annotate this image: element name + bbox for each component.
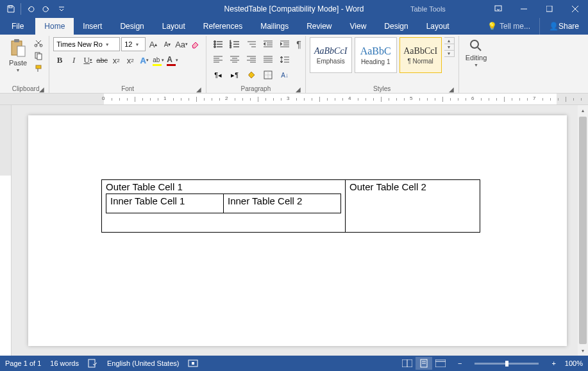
styles-scroll-down[interactable]: ▾ <box>444 44 454 51</box>
styles-expand[interactable]: ▾ <box>444 51 454 56</box>
tab-mailings[interactable]: Mailings <box>251 18 298 35</box>
table-row[interactable]: Inner Table Cell 1 Inner Table Cell 2 <box>106 194 341 213</box>
tell-me-search[interactable]: 💡Tell me... <box>478 18 539 35</box>
rtl-button[interactable]: ▸¶ <box>227 68 242 82</box>
superscript-button[interactable]: x2 <box>124 54 137 67</box>
multilevel-list-button[interactable] <box>244 37 259 51</box>
save-button[interactable] <box>4 2 18 16</box>
change-case-button[interactable]: Aa▾ <box>175 38 188 51</box>
scroll-thumb[interactable] <box>579 117 587 344</box>
tab-table-layout[interactable]: Layout <box>417 18 458 35</box>
language-status[interactable]: English (United States) <box>107 359 180 367</box>
underline-button[interactable]: U▾ <box>81 54 94 67</box>
zoom-out-button[interactable]: − <box>458 359 462 367</box>
paste-button[interactable]: Paste▼ <box>6 37 29 74</box>
styles-scroll-up[interactable]: ▴ <box>444 38 454 44</box>
share-button[interactable]: 👤 Share <box>539 18 588 35</box>
inner-cell-2[interactable]: Inner Table Cell 2 <box>224 194 341 213</box>
page-number-status[interactable]: Page 1 of 1 <box>5 359 41 367</box>
show-hide-button[interactable]: ¶ <box>296 37 301 51</box>
tab-references[interactable]: References <box>194 18 251 35</box>
outer-cell-1-text[interactable]: Outer Table Cell 1 <box>106 181 183 192</box>
zoom-slider[interactable] <box>475 363 539 365</box>
tab-layout[interactable]: Layout <box>153 18 194 35</box>
print-layout-button[interactable] <box>416 357 432 370</box>
inner-table[interactable]: Inner Table Cell 1 Inner Table Cell 2 <box>106 194 341 213</box>
outer-cell-1[interactable]: Outer Table Cell 1 Inner Table Cell 1 In… <box>102 180 346 233</box>
borders-button[interactable] <box>260 68 276 82</box>
tab-review[interactable]: Review <box>298 18 340 35</box>
styles-launcher[interactable]: ◢ <box>448 86 455 92</box>
word-count-status[interactable]: 16 words <box>50 359 79 367</box>
zoom-slider-thumb[interactable] <box>505 361 508 367</box>
increase-indent-button[interactable] <box>277 37 292 51</box>
read-mode-button[interactable] <box>399 357 416 370</box>
bold-button[interactable]: B <box>53 54 66 67</box>
font-size-combo[interactable]: 12▼ <box>121 37 146 51</box>
clear-formatting-button[interactable] <box>189 38 202 51</box>
line-spacing-button[interactable] <box>277 53 292 67</box>
undo-button[interactable] <box>24 2 38 16</box>
spellcheck-status[interactable] <box>88 359 98 368</box>
justify-button[interactable] <box>260 53 276 67</box>
inner-cell-1[interactable]: Inner Table Cell 1 <box>106 194 224 213</box>
cut-button[interactable] <box>32 37 45 49</box>
tab-file[interactable]: File <box>0 18 35 35</box>
tab-home[interactable]: Home <box>35 18 74 35</box>
paragraph-launcher[interactable]: ◢ <box>295 86 301 92</box>
font-launcher[interactable]: ◢ <box>196 86 202 92</box>
tab-insert[interactable]: Insert <box>74 18 111 35</box>
align-right-button[interactable] <box>244 53 259 67</box>
style-emphasis[interactable]: AaBbCcIEmphasis <box>310 37 352 73</box>
vertical-scrollbar[interactable]: ▴ ▾ <box>578 105 588 356</box>
style-heading1[interactable]: AaBbCHeading 1 <box>355 37 397 73</box>
window-controls <box>485 0 588 18</box>
bullets-button[interactable] <box>210 37 226 51</box>
italic-button[interactable]: I <box>67 54 80 67</box>
scroll-down-button[interactable]: ▾ <box>578 345 588 356</box>
style-normal[interactable]: AaBbCcI¶ Normal <box>399 37 442 73</box>
text-effects-button[interactable]: A▾ <box>138 54 151 67</box>
minimize-button[interactable] <box>511 0 537 18</box>
numbering-button[interactable]: 123 <box>227 37 242 51</box>
shrink-font-button[interactable]: A▾ <box>161 38 174 51</box>
tab-design[interactable]: Design <box>111 18 153 35</box>
font-color-button[interactable]: A▾ <box>166 54 179 67</box>
subscript-button[interactable]: x2 <box>110 54 122 67</box>
copy-button[interactable] <box>32 50 45 62</box>
outer-cell-2[interactable]: Outer Table Cell 2 <box>346 180 480 233</box>
tab-view[interactable]: View <box>341 18 376 35</box>
ltr-button[interactable]: ¶◂ <box>210 68 226 82</box>
shading-button[interactable] <box>244 68 259 82</box>
document-scroll[interactable]: Outer Table Cell 1 Inner Table Cell 1 In… <box>12 105 588 356</box>
close-button[interactable] <box>562 0 588 18</box>
editing-button[interactable]: Editing▼ <box>463 37 490 69</box>
align-left-button[interactable] <box>210 53 226 67</box>
zoom-in-button[interactable]: + <box>551 359 555 367</box>
qat-customize-button[interactable] <box>55 2 69 16</box>
window-title: NestedTable [Compatibility Mode] - Word <box>224 4 364 13</box>
outer-table[interactable]: Outer Table Cell 1 Inner Table Cell 1 In… <box>101 179 480 233</box>
web-layout-button[interactable] <box>432 357 449 370</box>
strikethrough-button[interactable]: abc <box>96 54 108 67</box>
horizontal-ruler[interactable]: 012345678 <box>0 94 588 105</box>
align-center-button[interactable] <box>227 53 242 67</box>
maximize-button[interactable] <box>537 0 562 18</box>
format-painter-button[interactable] <box>32 63 45 74</box>
sort-button[interactable]: A↓ <box>277 68 292 82</box>
grow-font-button[interactable]: A▴ <box>147 38 160 51</box>
group-clipboard: Paste▼ Clipboard◢ <box>3 36 49 93</box>
clipboard-launcher[interactable]: ◢ <box>38 86 45 92</box>
page[interactable]: Outer Table Cell 1 Inner Table Cell 1 In… <box>28 115 567 346</box>
highlight-button[interactable]: ab▾ <box>152 54 165 67</box>
ribbon-options-button[interactable] <box>485 0 511 18</box>
decrease-indent-button[interactable] <box>260 37 276 51</box>
table-row[interactable]: Outer Table Cell 1 Inner Table Cell 1 In… <box>102 180 480 233</box>
redo-button[interactable] <box>39 2 53 16</box>
vertical-ruler[interactable] <box>0 105 12 356</box>
tab-table-design[interactable]: Design <box>375 18 417 35</box>
scroll-up-button[interactable]: ▴ <box>578 105 588 115</box>
macro-status[interactable] <box>188 359 198 368</box>
font-name-combo[interactable]: Times New Ro▼ <box>53 37 120 51</box>
zoom-level[interactable]: 100% <box>565 359 583 367</box>
